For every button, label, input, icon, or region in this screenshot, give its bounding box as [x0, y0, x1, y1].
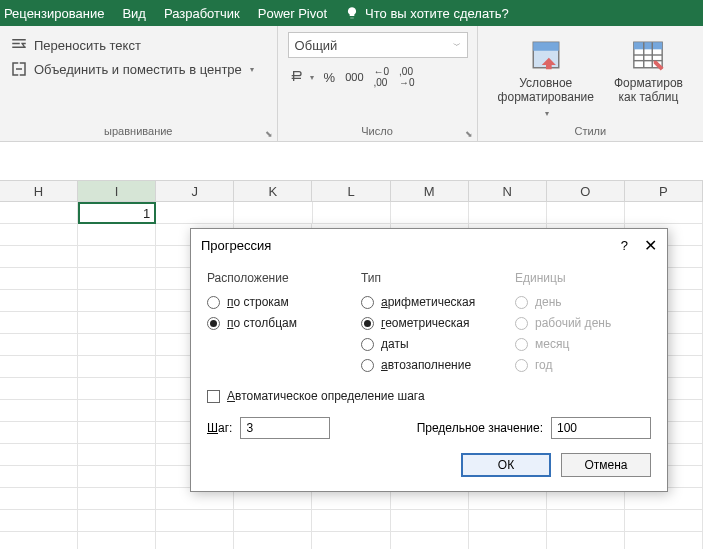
radio-geometric[interactable]: геометрическая — [361, 316, 497, 330]
tell-me[interactable]: Что вы хотите сделать? — [345, 6, 509, 21]
cell[interactable] — [78, 466, 156, 488]
column-header[interactable]: N — [469, 180, 547, 202]
radio-dates[interactable]: даты — [361, 337, 497, 351]
cell[interactable] — [78, 268, 156, 290]
cell[interactable] — [78, 378, 156, 400]
cell[interactable] — [391, 202, 469, 224]
menu-review[interactable]: Рецензирование — [4, 6, 104, 21]
cell[interactable] — [0, 356, 78, 378]
step-input[interactable] — [240, 417, 330, 439]
cell[interactable] — [0, 488, 78, 510]
cell[interactable] — [78, 400, 156, 422]
cancel-button[interactable]: Отмена — [561, 453, 651, 477]
cell[interactable]: 1 — [78, 202, 156, 224]
dialog-launcher-icon[interactable]: ⬊ — [465, 129, 473, 139]
menu-developer[interactable]: Разработчик — [164, 6, 240, 21]
cell[interactable] — [469, 202, 547, 224]
cell[interactable] — [0, 202, 78, 224]
cell[interactable] — [625, 510, 703, 532]
cell[interactable] — [625, 202, 703, 224]
cell[interactable] — [78, 488, 156, 510]
column-header[interactable]: H — [0, 180, 78, 202]
cell[interactable] — [469, 510, 547, 532]
cell[interactable] — [0, 422, 78, 444]
close-button[interactable]: ✕ — [644, 236, 657, 255]
cell[interactable] — [0, 246, 78, 268]
dialog-launcher-icon[interactable]: ⬊ — [265, 129, 273, 139]
cell[interactable] — [78, 532, 156, 549]
cell[interactable] — [391, 510, 469, 532]
cell[interactable] — [78, 444, 156, 466]
tell-me-label: Что вы хотите сделать? — [365, 6, 509, 21]
limit-input[interactable] — [551, 417, 651, 439]
wrap-text-button[interactable]: Переносить текст — [10, 36, 267, 54]
cell[interactable] — [0, 378, 78, 400]
cell[interactable] — [313, 202, 391, 224]
cell[interactable] — [78, 422, 156, 444]
cell[interactable] — [469, 532, 547, 549]
column-header[interactable]: M — [391, 180, 469, 202]
column-header[interactable]: O — [547, 180, 625, 202]
help-button[interactable]: ? — [621, 238, 628, 253]
cell[interactable] — [0, 290, 78, 312]
cell[interactable] — [625, 532, 703, 549]
column-header[interactable]: J — [156, 180, 234, 202]
ribbon-group-styles: Условное форматирование▾ Форматиров как … — [478, 26, 703, 141]
cell[interactable] — [0, 268, 78, 290]
menu-view[interactable]: Вид — [122, 6, 146, 21]
cell[interactable] — [78, 312, 156, 334]
cell[interactable] — [156, 510, 234, 532]
cell[interactable] — [0, 444, 78, 466]
group-label-styles: Стили — [488, 125, 693, 139]
cell[interactable] — [234, 532, 312, 549]
cell[interactable] — [156, 532, 234, 549]
cell[interactable] — [547, 510, 625, 532]
cell[interactable] — [0, 466, 78, 488]
cell[interactable] — [78, 356, 156, 378]
cell[interactable] — [78, 224, 156, 246]
cell[interactable] — [78, 334, 156, 356]
radio-by-rows[interactable]: по строкам — [207, 295, 343, 309]
group-units: Единицы день рабочий день месяц год — [515, 271, 651, 379]
cell[interactable] — [78, 510, 156, 532]
conditional-formatting-button[interactable]: Условное форматирование▾ — [498, 38, 594, 118]
cell[interactable] — [0, 510, 78, 532]
cell[interactable] — [312, 510, 390, 532]
ribbon-group-alignment: Переносить текст Объединить и поместить … — [0, 26, 278, 141]
cell[interactable] — [0, 334, 78, 356]
column-header[interactable]: P — [625, 180, 703, 202]
menubar: Рецензирование Вид Разработчик Power Piv… — [0, 0, 703, 26]
cell[interactable] — [78, 290, 156, 312]
accounting-format-button[interactable]: ▾ — [288, 69, 314, 85]
cell[interactable] — [234, 202, 312, 224]
radio-arithmetic[interactable]: арифметическая — [361, 295, 497, 309]
format-as-table-button[interactable]: Форматиров как таблиц — [614, 38, 683, 118]
cell[interactable] — [0, 532, 78, 549]
radio-by-columns[interactable]: по столбцам — [207, 316, 343, 330]
cell[interactable] — [0, 224, 78, 246]
ok-button[interactable]: ОК — [461, 453, 551, 477]
radio-icon — [207, 317, 220, 330]
cell[interactable] — [0, 400, 78, 422]
column-header[interactable]: K — [234, 180, 312, 202]
cell[interactable] — [547, 202, 625, 224]
comma-button[interactable]: 000 — [345, 71, 363, 83]
cell[interactable] — [547, 532, 625, 549]
dialog-title: Прогрессия — [201, 238, 271, 253]
cell[interactable] — [156, 202, 234, 224]
auto-step-checkbox[interactable]: Автоматическое определение шага — [207, 389, 651, 403]
column-header[interactable]: I — [78, 180, 156, 202]
cell[interactable] — [78, 246, 156, 268]
radio-autofill[interactable]: автозаполнение — [361, 358, 497, 372]
decrease-decimal-button[interactable]: ,00→0 — [399, 66, 415, 88]
cell[interactable] — [391, 532, 469, 549]
increase-decimal-button[interactable]: ←0,00 — [374, 66, 390, 88]
number-format-select[interactable]: Общий ﹀ — [288, 32, 468, 58]
percent-button[interactable]: % — [324, 70, 336, 85]
menu-power-pivot[interactable]: Power Pivot — [258, 6, 327, 21]
column-header[interactable]: L — [312, 180, 390, 202]
cell[interactable] — [312, 532, 390, 549]
merge-center-button[interactable]: Объединить и поместить в центре ▾ — [10, 60, 267, 78]
cell[interactable] — [234, 510, 312, 532]
cell[interactable] — [0, 312, 78, 334]
